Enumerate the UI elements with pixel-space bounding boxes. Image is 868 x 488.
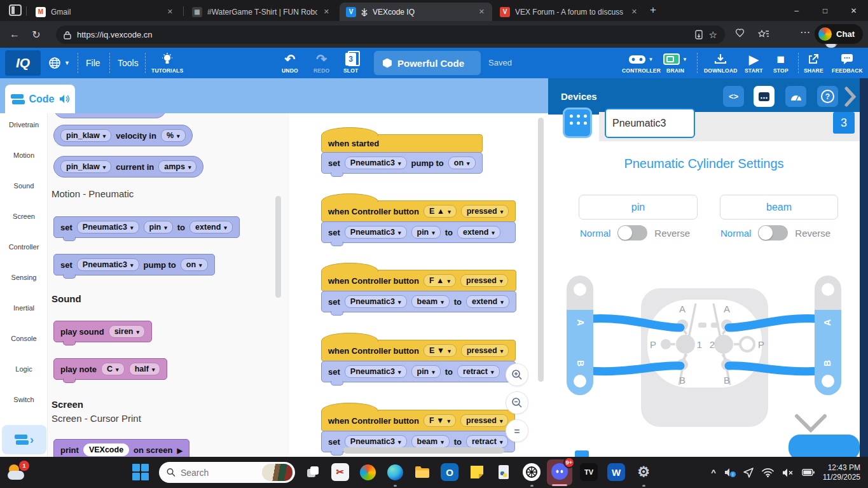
event-dropdown[interactable]: pressed (461, 344, 509, 357)
collapse-palette-button[interactable]: › (2, 425, 46, 454)
unit-dropdown[interactable]: % (161, 129, 186, 142)
pin-direction-toggle[interactable] (617, 225, 647, 241)
duration-dropdown[interactable]: half (129, 363, 161, 375)
device-dropdown[interactable]: Pneumatic3 (345, 295, 407, 308)
copilot-chat-button[interactable]: Chat (815, 24, 863, 44)
tab-actions-icon[interactable] (9, 4, 22, 16)
reset-zoom-button[interactable]: = (506, 419, 528, 442)
device-dropdown[interactable]: Pneumatic3 (77, 258, 139, 271)
favorite-star-icon[interactable]: ☆ (709, 29, 717, 41)
redo-button[interactable]: ↷ REDO (313, 52, 329, 74)
part-dropdown[interactable]: beam (411, 435, 450, 448)
canvas-horizontal-scrollbar[interactable] (343, 447, 504, 454)
block-set-pump-on[interactable]: set Pneumatic3 pump to on (321, 152, 483, 174)
snipping-tool-icon[interactable]: ✂ (331, 463, 349, 481)
volume-mixer-icon[interactable]: i (724, 468, 735, 477)
category-sensing[interactable]: Sensing (0, 271, 48, 282)
tab-vex-forum[interactable]: V VEX Forum - A forum to discuss V ✕ (493, 3, 645, 21)
iq-logo[interactable]: IQ (5, 50, 41, 76)
value-dropdown[interactable]: retract (457, 365, 499, 378)
hat-block-controller-button[interactable]: when Controller button E ▲ pressed (321, 200, 516, 222)
button-dropdown[interactable]: F ▲ (424, 274, 456, 287)
block-set-pin-retract[interactable]: set Pneumatic3 pin to retract (321, 361, 516, 382)
tab-close-icon[interactable]: ✕ (630, 8, 638, 16)
chatgpt-icon[interactable] (523, 463, 541, 481)
cylinder-beam-button[interactable]: beam (720, 195, 838, 220)
speaker-icon[interactable] (59, 94, 70, 104)
start-button[interactable] (132, 464, 149, 481)
category-switch[interactable]: Switch (0, 393, 48, 405)
browser-menu-icon[interactable]: ⋯ (800, 26, 810, 38)
palette-scrollbar[interactable] (275, 196, 281, 298)
zoom-in-button[interactable] (506, 363, 528, 386)
category-controller[interactable]: Controller (0, 241, 48, 252)
palette-block-play-note[interactable]: play note C half (53, 358, 167, 380)
device-view-icon[interactable] (754, 86, 775, 107)
stop-button[interactable]: ■ STOP (773, 52, 789, 74)
search-input[interactable] (181, 468, 257, 478)
value-dropdown[interactable]: on (448, 157, 476, 169)
event-dropdown[interactable]: pressed (460, 414, 508, 427)
value-dropdown[interactable]: on (181, 258, 208, 271)
hat-block-controller-button[interactable]: when Controller button F ▼ pressed (321, 410, 515, 431)
mute-speaker-icon[interactable] (782, 468, 794, 477)
brain-button[interactable]: ▼ BRAIN (663, 52, 687, 74)
start-button[interactable]: ▶ START (745, 52, 763, 74)
script-controller-e-down[interactable]: when Controller button E ▼ pressed set P… (321, 340, 516, 382)
device-dropdown[interactable]: Pneumatic3 (345, 226, 407, 239)
download-button[interactable]: DOWNLOAD (704, 52, 738, 74)
script-controller-e-up[interactable]: when Controller button E ▲ pressed set P… (321, 200, 516, 243)
new-tab-button[interactable]: + (650, 4, 656, 17)
discord-icon[interactable]: 9+ (547, 459, 572, 485)
event-dropdown[interactable]: pressed (460, 274, 508, 287)
search-highlight-image[interactable] (262, 464, 293, 481)
device-dropdown[interactable]: Pneumatic3 (77, 221, 139, 234)
button-dropdown[interactable]: F ▼ (424, 414, 456, 427)
note-dropdown[interactable]: C (101, 363, 125, 375)
category-motion[interactable]: Motion (0, 149, 48, 160)
maximize-button[interactable]: □ (811, 0, 839, 21)
controller-button[interactable]: ▼ CONTROLLER (622, 52, 661, 74)
battery-icon[interactable] (802, 469, 815, 476)
share-button[interactable]: SHARE (804, 52, 823, 74)
tab-close-icon[interactable]: ✕ (322, 8, 331, 16)
refresh-button[interactable]: ↻ (25, 29, 47, 41)
task-view-icon[interactable] (304, 463, 322, 481)
cylinder-pin-button[interactable]: pin (579, 195, 698, 220)
pneumatic-device-icon[interactable] (563, 108, 592, 138)
palette-block-velocity[interactable]: pin_klaw velocity in % (53, 125, 193, 146)
value-dropdown[interactable]: extend (189, 221, 233, 234)
sound-dropdown[interactable]: siren (109, 325, 145, 338)
expand-arrow-icon[interactable] (177, 445, 183, 455)
location-icon[interactable] (743, 468, 754, 478)
undo-button[interactable]: ↶ UNDO (282, 52, 298, 74)
category-console[interactable]: Console (0, 332, 48, 344)
palette-block-play-sound[interactable]: play sound siren (53, 321, 152, 342)
category-inertial[interactable]: Inertial (0, 302, 48, 313)
url-bar[interactable]: https://iq.vexcode.cn ☆ (56, 25, 725, 44)
scroll-down-chevron-icon[interactable] (793, 412, 829, 434)
browser-essentials-icon[interactable] (734, 29, 745, 39)
part-dropdown[interactable]: pin (144, 221, 173, 234)
word-icon[interactable]: W (607, 463, 625, 481)
block-set-pin-extend[interactable]: set Pneumatic3 pin to extend (321, 221, 516, 243)
favorites-bar-icon[interactable] (758, 29, 769, 39)
motor-dropdown[interactable]: pin_klaw (60, 160, 111, 173)
tutorials-button[interactable]: TUTORIALS (151, 52, 183, 74)
script-controller-f-up[interactable]: when Controller button F ▲ pressed set P… (321, 270, 516, 312)
programming-canvas[interactable]: when started set Pneumatic3 pump to on w… (289, 113, 548, 457)
back-button[interactable]: ← (4, 29, 25, 40)
script-controller-f-down[interactable]: when Controller button F ▼ pressed set P… (321, 410, 515, 452)
palette-block-print[interactable]: print VEXcode on screen (53, 439, 189, 457)
value-dropdown[interactable]: retract (466, 435, 508, 448)
tools-menu[interactable]: Tools (118, 48, 139, 78)
settings-gear-icon[interactable]: ⚙ (635, 463, 652, 481)
tab-watergame[interactable]: ▦ #WaterGame T-Shirt | FUN Roboti ✕ (186, 3, 337, 21)
hat-block-when-started[interactable]: when started (321, 134, 483, 153)
palette-block-set-pin[interactable]: set Pneumatic3 pin to extend (53, 216, 240, 238)
block-set-beam-extend[interactable]: set Pneumatic3 beam to extend (321, 291, 516, 312)
dashboard-gauge-icon[interactable] (785, 86, 806, 107)
tab-close-icon[interactable]: ✕ (166, 8, 174, 16)
tab-gmail[interactable]: M Gmail ✕ (29, 3, 181, 21)
category-screen[interactable]: Screen (0, 210, 48, 221)
